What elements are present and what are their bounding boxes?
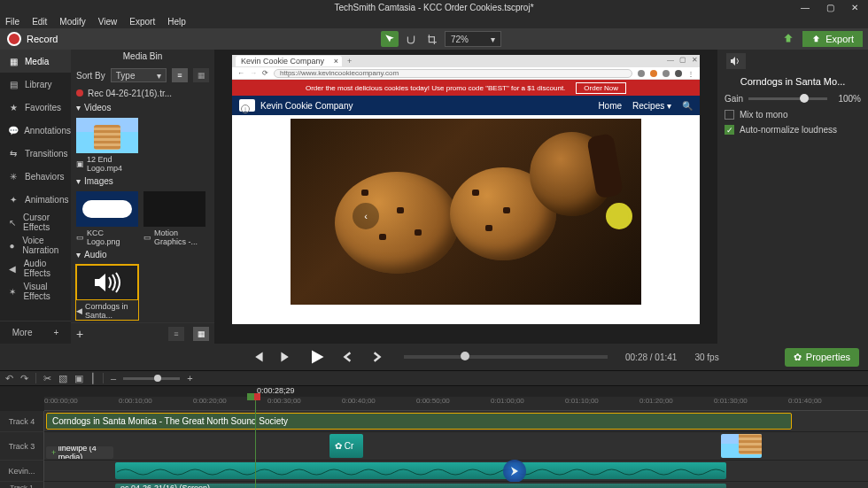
- view-grid-icon[interactable]: ▦: [193, 68, 209, 82]
- clip-video-main[interactable]: [115, 462, 726, 479]
- tool-cursor-effects[interactable]: ↖Cursor Effects: [0, 211, 71, 234]
- media-item-image-1[interactable]: ▭Motion Graphics -...: [143, 191, 205, 246]
- clip-audio-corndogs[interactable]: Corndogs in Santa Monica - The Great Nor…: [46, 413, 792, 430]
- minimize-button[interactable]: —: [795, 1, 815, 13]
- speaker-icon: [730, 56, 742, 66]
- add-media-button[interactable]: +: [76, 327, 83, 341]
- tool-audio-effects[interactable]: ◀Audio Effects: [0, 257, 71, 280]
- ext-icon: [663, 70, 670, 77]
- fps-display: 30 fps: [694, 352, 718, 362]
- folder-icon: ▦: [7, 57, 19, 66]
- menu-export[interactable]: Export: [129, 17, 155, 27]
- section-audio[interactable]: ▾ Audio: [71, 248, 214, 261]
- menu-view[interactable]: View: [98, 17, 118, 27]
- spark-icon: ✦: [7, 195, 19, 205]
- paste-button[interactable]: ▣: [74, 373, 83, 384]
- tool-annotations[interactable]: 💬Annotations: [0, 119, 71, 142]
- section-images[interactable]: ▾ Images: [71, 174, 214, 188]
- new-tab-icon: +: [347, 57, 352, 66]
- media-bin-title: Media Bin: [71, 50, 214, 66]
- sort-select[interactable]: Type ▾: [111, 68, 167, 82]
- image-icon: ▭: [76, 233, 84, 242]
- zoom-timeline-out[interactable]: –: [111, 373, 116, 383]
- bin-view-grid-icon[interactable]: ▦: [193, 327, 209, 341]
- playhead[interactable]: [255, 393, 256, 488]
- maximize-button[interactable]: ▢: [820, 1, 840, 13]
- menu-bar: File Edit Modify View Export Help: [0, 14, 868, 28]
- browser-tab: Kevin Cookie Company ×: [236, 56, 342, 66]
- split-button[interactable]: ⎮: [90, 373, 96, 384]
- tool-favorites[interactable]: ★Favorites: [0, 96, 71, 119]
- browser-tab-bar: Kevin Cookie Company × +: [232, 55, 700, 67]
- title-bar: TechSmith Camtasia - KCC Order Cookies.t…: [0, 0, 868, 14]
- crop-tool[interactable]: [423, 31, 441, 47]
- view-list-icon[interactable]: ≡: [172, 68, 188, 82]
- speaker-icon: ◀: [7, 264, 19, 274]
- tool-animations[interactable]: ✦Animations: [0, 188, 71, 211]
- prev-frame-button[interactable]: [248, 347, 267, 367]
- mix-mono-checkbox[interactable]: [725, 110, 734, 120]
- track-lane-2[interactable]: [44, 461, 868, 482]
- track-lane-3[interactable]: + linewipe (4 media) ✿ Cr: [44, 432, 868, 461]
- media-item-video-0[interactable]: ▣12 End Logo.mp4: [76, 118, 138, 173]
- record-button[interactable]: Record: [7, 32, 58, 46]
- track-lane-4[interactable]: Corndogs in Santa Monica - The Great Nor…: [44, 411, 868, 432]
- search-icon: 🔍: [682, 101, 693, 111]
- swap-icon: ⇆: [7, 149, 19, 159]
- tool-media[interactable]: ▦Media: [0, 50, 71, 73]
- bin-view-list-icon[interactable]: ≡: [168, 327, 184, 341]
- info-icon: i: [241, 105, 250, 113]
- track-lane-1[interactable]: ec 04-26-21(16) (Screen): [44, 482, 868, 488]
- media-item-audio-0[interactable]: ◀Corndogs in Santa...: [76, 265, 138, 320]
- menu-modify[interactable]: Modify: [59, 17, 85, 27]
- more-button[interactable]: More: [12, 328, 33, 337]
- tool-voice-narration[interactable]: ●Voice Narration: [0, 234, 71, 257]
- properties-button[interactable]: ✿ Properties: [785, 348, 859, 367]
- close-button[interactable]: ✕: [845, 1, 864, 13]
- copy-button[interactable]: ▧: [58, 373, 67, 384]
- scrub-slider[interactable]: [404, 355, 608, 359]
- sort-label: Sort By: [76, 71, 105, 81]
- export-button[interactable]: Export: [802, 31, 863, 47]
- audio-properties-tab[interactable]: [726, 53, 746, 69]
- cut-button[interactable]: ✂: [43, 373, 51, 384]
- redo-button[interactable]: ↷: [20, 373, 28, 384]
- section-videos[interactable]: ▾ Videos: [71, 101, 214, 114]
- gain-slider[interactable]: [748, 97, 827, 100]
- track-label-1[interactable]: Track 1: [0, 482, 44, 488]
- clip-end-logo[interactable]: [721, 434, 762, 458]
- menu-edit[interactable]: Edit: [32, 17, 47, 27]
- tool-library[interactable]: ▤Library: [0, 73, 71, 96]
- canvas-tools: 72% ▾: [381, 31, 501, 47]
- canvas-zoom-select[interactable]: 72% ▾: [445, 31, 501, 47]
- next-frame-button[interactable]: [276, 347, 296, 367]
- auto-normalize-checkbox[interactable]: ✓: [725, 125, 734, 135]
- recording-item[interactable]: Rec 04-26-21(16).tr...: [71, 85, 214, 101]
- clip-screen-rec[interactable]: ec 04-26-21(16) (Screen): [115, 484, 726, 488]
- zoom-timeline-slider[interactable]: [123, 377, 180, 380]
- tool-behaviors[interactable]: ✳Behaviors: [0, 165, 71, 188]
- menu-file[interactable]: File: [5, 17, 19, 27]
- preview-canvas[interactable]: — ▢ ✕ Kevin Cookie Company × + ← → ⟳: [232, 55, 700, 324]
- undo-button[interactable]: ↶: [5, 373, 13, 384]
- timeline-ruler[interactable]: 0:00:00;00 0:00:10;00 0:00:20;00 0:00:30…: [44, 397, 868, 411]
- step-fwd-button[interactable]: [367, 347, 386, 367]
- zoom-timeline-in[interactable]: +: [187, 373, 192, 383]
- add-button[interactable]: +: [53, 328, 58, 337]
- share-button[interactable]: [779, 30, 797, 48]
- edit-tool[interactable]: [381, 31, 399, 47]
- pan-tool[interactable]: [402, 31, 420, 47]
- tool-visual-effects[interactable]: ✶Visual Effects: [0, 280, 71, 303]
- clip-group-linewipe[interactable]: + linewipe (4 media): [46, 446, 113, 459]
- cursor-icon: ↖: [7, 218, 18, 228]
- track-label-4[interactable]: Track 4: [0, 411, 44, 432]
- media-item-image-0[interactable]: ▭KCC Logo.png: [76, 191, 138, 246]
- step-back-button[interactable]: [338, 347, 358, 367]
- menu-help[interactable]: Help: [167, 17, 186, 27]
- tool-transitions[interactable]: ⇆Transitions: [0, 142, 71, 165]
- track-label-3[interactable]: Track 3: [0, 432, 44, 461]
- clip-video-cr[interactable]: ✿ Cr: [329, 434, 363, 458]
- play-button[interactable]: [305, 345, 329, 369]
- nav-recipes: Recipes ▾: [632, 101, 671, 111]
- track-label-2[interactable]: Kevin...: [0, 461, 44, 482]
